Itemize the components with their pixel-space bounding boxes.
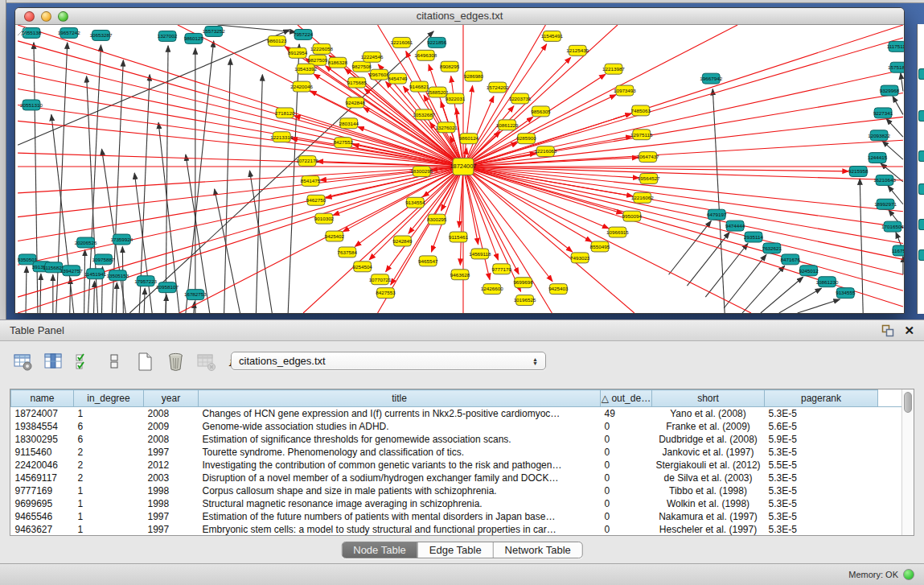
graph-node-label: 7957224: [294, 31, 314, 37]
table-row[interactable]: 969969511998Structural magnetic resonanc…: [11, 497, 904, 510]
table-toolbar: f(x): [13, 352, 247, 372]
graph-node-label: 1244415: [868, 154, 888, 160]
table-row[interactable]: 946554611997Estimation of the future num…: [11, 510, 904, 523]
graph-node-label: 16496308: [414, 52, 437, 58]
network-window-titlebar[interactable]: citations_edges.txt: [15, 8, 904, 25]
graph-node-fragment: [918, 68, 924, 80]
graph-node-label: 10973493: [614, 88, 636, 93]
graph-node-label: 10532687: [413, 112, 435, 117]
graph-node-label: 8454749: [388, 76, 408, 81]
graph-edge: [224, 59, 231, 313]
memory-status-indicator[interactable]: [903, 569, 914, 580]
column-header-pagerank[interactable]: pagerank: [765, 390, 878, 407]
table-cell: 2: [74, 472, 144, 484]
cell-filler: [878, 523, 904, 536]
column-header-name[interactable]: name: [11, 390, 74, 407]
resize-grip[interactable]: [15, 25, 27, 36]
graph-edge: [705, 243, 748, 297]
table-row[interactable]: 1872400712008Changes of HCN gene express…: [11, 407, 904, 421]
delete-table-icon[interactable]: [196, 352, 216, 372]
graph-node-label: 12226058: [310, 46, 333, 51]
graph-node-label: 9322031: [446, 96, 466, 101]
table-row[interactable]: 946362711997Embryonic stem cells: a mode…: [11, 523, 904, 536]
network-canvas[interactable]: 9860123891295412226058982750981863281054…: [15, 25, 904, 313]
table-cell: 1997: [144, 510, 199, 523]
graph-node-label: 9950094: [622, 213, 643, 219]
graph-node-label: 9010302: [314, 216, 335, 221]
zoom-window-button[interactable]: [58, 11, 68, 22]
table-cell: Estimation of the future numbers of pati…: [199, 510, 601, 523]
status-bar: Memory: OK: [0, 563, 924, 585]
column-header-short[interactable]: short: [652, 390, 765, 407]
graph-node-label: 15885201: [426, 89, 449, 95]
close-window-button[interactable]: [24, 11, 35, 22]
table-row[interactable]: 1938455462009Genome-wide association stu…: [11, 420, 904, 433]
cell-filler: [878, 420, 904, 433]
graph-node-label: 10861230: [816, 279, 839, 285]
graph-node-label: 17359924: [110, 237, 133, 242]
graph-node-label: 16782753: [184, 291, 207, 297]
graph-node-label: 13276021: [435, 125, 458, 130]
table-cell: Stergiakouli et al. (2012): [652, 459, 765, 472]
graph-node-label: 9860125: [184, 35, 204, 41]
graph-node-label: 9215958: [848, 168, 869, 174]
table-row[interactable]: 1830029562008Estimation of significance …: [11, 433, 904, 446]
column-visibility-icon[interactable]: [43, 352, 64, 372]
table-cell: 0: [601, 446, 652, 459]
graph-node-label: 8541475: [301, 178, 321, 183]
tab-edge-table[interactable]: Edge Table: [418, 542, 494, 558]
graph-node-label: 9175685: [347, 80, 368, 85]
table-row[interactable]: 1456911722003Disruption of a novel membe…: [11, 472, 904, 484]
column-header-in_degree[interactable]: in_degree: [74, 390, 144, 407]
graph-node-fragment: [918, 150, 924, 162]
table-cell: 1: [74, 407, 144, 421]
table-cell: Tourette syndrome. Phenomenology and cla…: [199, 446, 601, 459]
graph-node-label: 9425402: [325, 233, 345, 239]
table-cell: 1998: [144, 497, 199, 510]
table-cell: 6: [74, 433, 144, 446]
graph-edge: [94, 281, 95, 313]
table-row[interactable]: 911546021997Tourette syndrome. Phenomeno…: [11, 446, 904, 459]
graph-node-label: 18724007: [450, 163, 476, 170]
graph-node-label: 9134555: [836, 290, 856, 295]
close-panel-icon[interactable]: ✕: [904, 325, 914, 336]
graph-node-label: 2803144: [339, 121, 359, 126]
graph-node-label: 12213314: [270, 134, 293, 140]
table-row[interactable]: 977716911998Corpus callosum shape and si…: [11, 484, 904, 497]
column-header-out_de[interactable]: △ out_de…: [601, 390, 652, 407]
graph-node-label: 11545491: [541, 33, 564, 39]
top-frame-strip: [0, 0, 924, 3]
graph-node-label: 7485063: [631, 108, 651, 113]
column-header-title[interactable]: title: [199, 390, 601, 407]
table-cell: 6: [74, 420, 144, 433]
graph-node-label: 9462750: [306, 197, 326, 203]
tab-network-table[interactable]: Network Table: [494, 542, 582, 558]
table-selector[interactable]: citations_edges.txt ▲▼: [231, 352, 546, 370]
graph-node-label: 11175118: [887, 43, 904, 49]
table-cell: 0: [601, 420, 652, 433]
graph-node-label: 9827509: [308, 57, 328, 63]
scrollbar-thumb[interactable]: [904, 392, 912, 413]
table-row[interactable]: 2242004622012Investigating the contribut…: [11, 459, 904, 472]
graph-node-label: 8908295: [440, 64, 460, 69]
table-cell: 9115460: [11, 446, 74, 459]
table-cell: 0: [601, 497, 652, 510]
float-panel-icon[interactable]: [881, 324, 894, 337]
select-all-icon[interactable]: [74, 352, 94, 372]
graph-node-label: 10966915: [606, 229, 629, 235]
table-cell: 0: [601, 459, 652, 472]
row-pair-icon[interactable]: [105, 352, 125, 372]
graph-node-fragment: [918, 249, 924, 261]
column-header-year[interactable]: year: [144, 390, 199, 407]
tab-node-table[interactable]: Node Table: [342, 542, 418, 558]
minimize-window-button[interactable]: [41, 11, 51, 22]
new-table-icon[interactable]: [135, 352, 155, 372]
graph-node-fragment: [918, 183, 924, 195]
vertical-scrollbar[interactable]: [901, 389, 914, 535]
graph-node-label: 17957223: [134, 278, 157, 284]
background-window-fragment: [917, 24, 924, 314]
delete-column-icon[interactable]: [166, 352, 186, 372]
table-cell: 5.3E-5: [765, 523, 878, 536]
graph-node-label: 7637584: [338, 249, 358, 255]
table-settings-icon[interactable]: [13, 352, 33, 372]
